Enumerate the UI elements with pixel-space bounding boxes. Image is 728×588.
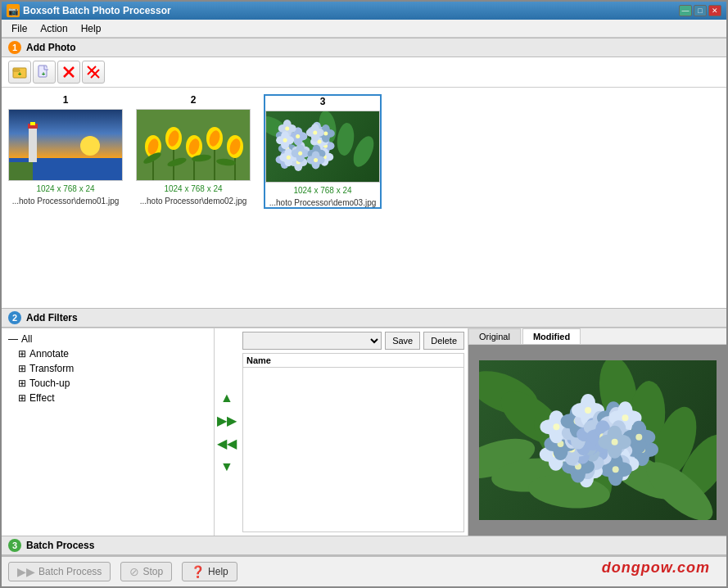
- close-button[interactable]: ✕: [708, 5, 721, 16]
- menu-bar: File Action Help: [2, 20, 726, 38]
- minimize-button[interactable]: —: [679, 5, 692, 16]
- svg-text:+: +: [42, 70, 46, 78]
- help-label: Help: [208, 566, 228, 577]
- remove-all-button[interactable]: [82, 61, 105, 84]
- help-icon: ❓: [191, 565, 205, 578]
- menu-file[interactable]: File: [5, 21, 34, 36]
- menu-action[interactable]: Action: [34, 21, 74, 36]
- photo-path-2: ...hoto Processor\demo02.jpg: [140, 197, 247, 206]
- help-button[interactable]: ❓ Help: [182, 562, 237, 581]
- add-photo-label: Add Photo: [26, 42, 76, 53]
- tree-expand-touchup: ⊞: [18, 378, 26, 389]
- filter-list-header: Name: [243, 354, 463, 368]
- filter-top-row: Save Delete: [242, 332, 464, 350]
- photo-info-3: 1024 x 768 x 24: [293, 186, 351, 195]
- batch-process-label: Batch Process: [26, 540, 94, 551]
- photo-frame-2: [136, 109, 251, 181]
- tree-expand-effect: ⊞: [18, 392, 26, 404]
- photo-number-1: 1: [63, 94, 69, 106]
- window-controls: — □ ✕: [679, 5, 721, 16]
- remove-button[interactable]: [57, 61, 80, 84]
- tree-label-touchup: Touch-up: [29, 378, 70, 389]
- window-title: Boxsoft Batch Photo Processor: [23, 5, 171, 16]
- move-down-button[interactable]: ▼: [219, 459, 235, 475]
- main-window: 📷 Boxsoft Batch Photo Processor — □ ✕ Fi…: [0, 0, 728, 588]
- tree-item-touchup[interactable]: ⊞ Touch-up: [15, 376, 210, 391]
- filter-select[interactable]: [242, 332, 382, 350]
- photo-item-1[interactable]: 1 1024 x 768 x 24 ...hoto Processor\demo…: [8, 94, 123, 206]
- batch-process-header: 3 Batch Process: [2, 536, 726, 555]
- stop-button[interactable]: ⊘ Stop: [120, 562, 172, 581]
- filters-content: — All ⊞ Annotate ⊞ Transform ⊞ Touch-up …: [2, 328, 726, 536]
- tree-label-all: All: [21, 333, 32, 345]
- photo-item-2[interactable]: 2 1024 x 768 x 24 ...hoto Processor\demo…: [136, 94, 251, 206]
- photo-canvas-3: [265, 111, 380, 183]
- tree-label-transform: Transform: [29, 363, 74, 374]
- filter-middle-panel: Save Delete Name: [239, 328, 468, 536]
- delete-filter-button[interactable]: Delete: [423, 332, 464, 350]
- tab-original[interactable]: Original: [468, 328, 521, 344]
- add-filters-header: 2 Add Filters: [2, 308, 726, 328]
- photo-number-2: 2: [191, 94, 197, 106]
- preview-image-area: [468, 345, 726, 536]
- title-bar: 📷 Boxsoft Batch Photo Processor — □ ✕: [2, 2, 726, 20]
- tree-expand-transform: ⊞: [18, 363, 26, 374]
- svg-text:+: +: [18, 70, 22, 78]
- menu-help[interactable]: Help: [75, 21, 108, 36]
- batch-process-button[interactable]: ▶▶ Batch Process: [8, 562, 111, 581]
- add-folder-button[interactable]: +: [8, 61, 31, 84]
- tree-expand-annotate: ⊞: [18, 348, 26, 360]
- add-photo-header: 1 Add Photo: [2, 38, 726, 57]
- tree-label-effect: Effect: [29, 392, 54, 404]
- maximize-button[interactable]: □: [694, 5, 707, 16]
- photo-canvas-2: [136, 109, 251, 181]
- tree-item-annotate[interactable]: ⊞ Annotate: [15, 346, 210, 361]
- photo-number-3: 3: [320, 96, 326, 107]
- photo-area: 1 1024 x 768 x 24 ...hoto Processor\demo…: [2, 88, 726, 308]
- tree-item-all[interactable]: — All: [5, 332, 210, 346]
- stop-label: Stop: [142, 566, 163, 577]
- tree-minus-icon: —: [8, 333, 18, 345]
- preview-tabs: Original Modified: [468, 328, 726, 345]
- title-bar-left: 📷 Boxsoft Batch Photo Processor: [7, 4, 171, 17]
- filter-tree: — All ⊞ Annotate ⊞ Transform ⊞ Touch-up …: [2, 328, 215, 536]
- batch-process-label-btn: Batch Process: [38, 566, 102, 577]
- section-number-2: 2: [8, 311, 21, 324]
- add-filters-label: Add Filters: [26, 312, 78, 323]
- photo-path-3: ...hoto Processor\demo03.jpg: [269, 198, 377, 207]
- batch-process-icon: ▶▶: [17, 565, 35, 578]
- preview-canvas: [479, 360, 717, 520]
- tab-modified[interactable]: Modified: [522, 328, 581, 344]
- preview-panel: Original Modified: [468, 328, 726, 536]
- photo-info-2: 1024 x 768 x 24: [164, 184, 222, 193]
- photo-canvas-1: [8, 109, 123, 181]
- tree-item-transform[interactable]: ⊞ Transform: [15, 361, 210, 376]
- move-backward-button[interactable]: ◀◀: [219, 436, 235, 452]
- arrow-buttons-panel: ▲ ▶▶ ◀◀ ▼: [215, 328, 239, 536]
- photo-info-1: 1024 x 768 x 24: [36, 184, 94, 193]
- section-number-1: 1: [8, 41, 21, 54]
- photo-frame-3: [265, 111, 380, 183]
- add-file-button[interactable]: +: [33, 61, 56, 84]
- photo-toolbar: + +: [2, 57, 726, 88]
- move-forward-button[interactable]: ▶▶: [219, 413, 235, 429]
- app-icon: 📷: [7, 4, 20, 17]
- stop-icon: ⊘: [129, 565, 139, 578]
- move-up-button[interactable]: ▲: [219, 390, 235, 406]
- photo-item-3[interactable]: 3 1024 x 768 x 24 ...hoto Processor\demo…: [264, 94, 382, 209]
- photo-path-1: ...hoto Processor\demo01.jpg: [12, 197, 120, 206]
- filter-list: Name: [242, 353, 464, 532]
- batch-bar: ▶▶ Batch Process ⊘ Stop ❓ Help: [2, 555, 726, 586]
- photo-frame-1: [8, 109, 123, 181]
- save-filter-button[interactable]: Save: [385, 332, 420, 350]
- tree-item-effect[interactable]: ⊞ Effect: [15, 391, 210, 405]
- section-number-3: 3: [8, 539, 21, 552]
- tree-label-annotate: Annotate: [29, 348, 69, 360]
